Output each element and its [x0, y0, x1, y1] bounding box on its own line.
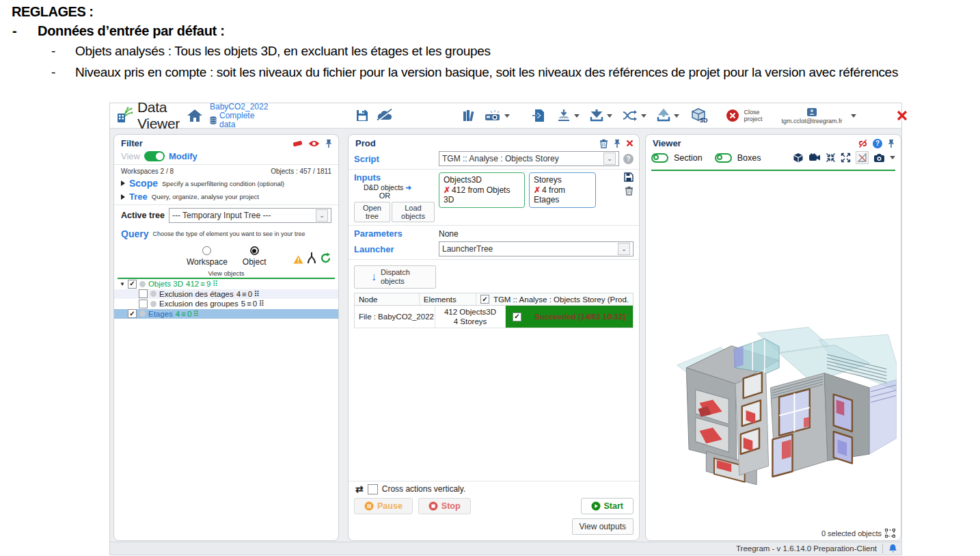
selection-box-icon[interactable]	[885, 529, 895, 538]
project-info[interactable]: BabyCO2_2022 Complete data	[210, 103, 268, 129]
stamp-dropdown-caret[interactable]	[574, 114, 580, 118]
home-icon[interactable]	[187, 108, 203, 123]
query-label: Query	[121, 228, 148, 239]
launch-table: Node Elements ✓ TGM :: Analyse : Objects…	[354, 293, 634, 328]
script-help-icon[interactable]: ?	[623, 154, 634, 164]
input-slot-objects3d[interactable]: Objects3D ✗412 from Objets 3D	[439, 172, 525, 208]
cube-3d-icon[interactable]: 3D	[690, 107, 708, 124]
delete-inputs-icon[interactable]	[625, 186, 634, 196]
app-title: Data Viewer	[137, 99, 180, 132]
node-cell: File : BabyCO2_2022	[355, 306, 435, 328]
close-panel-icon[interactable]	[626, 140, 634, 147]
database-icon	[210, 116, 217, 124]
column-action-checkbox[interactable]: ✓	[480, 295, 489, 304]
doc-bullet-1-text: Données d’entrée par défaut :	[38, 23, 225, 39]
upload-icon[interactable]	[656, 109, 671, 122]
refresh-icon[interactable]	[320, 252, 331, 264]
modify-mode-label: Modify	[169, 151, 198, 161]
notifications-bell-icon[interactable]	[888, 544, 897, 553]
column-action[interactable]: ✓ TGM :: Analyse : Objects Storey (Prod.	[476, 293, 633, 306]
section-toggle[interactable]	[651, 153, 668, 163]
launcher-select[interactable]: LauncherTree ⌄	[439, 241, 634, 256]
trash-icon[interactable]	[599, 139, 608, 148]
radio-object[interactable]	[250, 246, 259, 255]
tree-branch-icon[interactable]	[306, 252, 317, 264]
shuffle-icon[interactable]	[622, 109, 638, 122]
dnd-objects-label: D&D objects	[364, 183, 403, 191]
pause-button[interactable]: Pause	[354, 498, 413, 514]
user-account[interactable]: tgm.cclot@treegram.fr	[781, 107, 842, 124]
tree-row-exclusion-etages[interactable]: Exclusion des étages 4≡0⠿	[114, 289, 338, 300]
script-select-caret: ⌄	[603, 153, 616, 165]
row-status-dot	[150, 291, 156, 297]
tree-row-exclusion-groupes[interactable]: Exclusion des groupes 5≡0⠿	[114, 299, 338, 309]
user-dropdown-caret[interactable]	[851, 114, 856, 118]
tree-row-objets-3d[interactable]: ▼ ✓ Objets 3D 412≡9⠿	[114, 279, 338, 289]
cloud-offline-icon[interactable]	[376, 109, 394, 122]
close-project-button[interactable]: Close project	[726, 109, 762, 122]
stop-button[interactable]: Stop	[418, 498, 471, 514]
remove-input-icon[interactable]: ✗	[534, 185, 541, 195]
table-row[interactable]: File : BabyCO2_2022 412 Objects3D 4 Stor…	[355, 306, 633, 328]
remove-input-icon[interactable]: ✗	[444, 185, 450, 195]
cube-view-icon[interactable]	[793, 153, 804, 163]
link-broken-icon[interactable]	[858, 139, 868, 148]
row-checkbox[interactable]	[139, 289, 148, 298]
stamp-download-icon[interactable]	[556, 109, 571, 122]
grid-count-icon: ⠿	[212, 279, 217, 289]
eye-icon[interactable]	[308, 140, 320, 148]
prod-title: Prod	[355, 138, 376, 148]
cross-actions-checkbox[interactable]	[368, 484, 378, 494]
load-objects-button[interactable]: Load objects	[392, 202, 435, 222]
help-icon[interactable]: ?	[873, 139, 882, 148]
view-modify-toggle[interactable]	[144, 151, 165, 161]
column-node[interactable]: Node	[355, 293, 420, 306]
projector-dropdown-caret[interactable]	[504, 114, 510, 118]
tree-expand-arrow	[121, 194, 125, 200]
snapshot-dropdown-caret[interactable]	[890, 156, 895, 159]
dispatch-objects-button[interactable]: ↓ Dispatch objects	[354, 265, 436, 289]
open-tree-button[interactable]: Open tree	[354, 202, 390, 222]
close-window-button[interactable]	[896, 110, 908, 121]
tree-expander[interactable]: Tree Query, organize, analyse your proje…	[114, 190, 338, 203]
zoom-fit-icon[interactable]	[826, 153, 836, 163]
input-slot-storeys[interactable]: Storeys ✗4 from Etages	[529, 172, 596, 208]
column-elements[interactable]: Elements	[420, 293, 476, 306]
expand-arrow-icon[interactable]: ▼	[120, 281, 125, 287]
building-3d-model[interactable]	[668, 323, 897, 494]
user-email: tgm.cclot@treegram.fr	[781, 118, 842, 124]
shuffle-dropdown-caret[interactable]	[641, 114, 646, 118]
library-icon[interactable]	[462, 109, 476, 122]
start-button[interactable]: Start	[581, 498, 634, 514]
projector-icon[interactable]	[484, 109, 502, 122]
doc-sub-bullet-2-text: Niveaux pris en compte : soit les niveau…	[75, 63, 898, 81]
boxes-toggle[interactable]	[715, 153, 732, 163]
save-inputs-icon[interactable]	[624, 172, 634, 182]
row-checkbox[interactable]: ✓	[128, 309, 137, 318]
download-icon[interactable]	[589, 109, 604, 122]
import-file-icon[interactable]	[532, 108, 545, 123]
scope-expander[interactable]: Scope Specify a superfiltering condition…	[114, 176, 338, 190]
pin-icon[interactable]	[613, 139, 621, 148]
radio-workspace[interactable]	[202, 246, 211, 255]
download-dropdown-caret[interactable]	[607, 114, 612, 118]
upload-dropdown-caret[interactable]	[674, 114, 679, 118]
script-select[interactable]: TGM :: Analyse : Objects Storey ⌄	[439, 151, 619, 166]
view-outputs-button[interactable]: View outputs	[572, 518, 634, 535]
status-cell[interactable]: ✓ Succeeded [14/02 10:32]	[506, 306, 633, 328]
viewer-canvas[interactable]: 0 selected objects	[646, 171, 901, 540]
status-checkbox[interactable]: ✓	[513, 313, 521, 321]
pin-icon[interactable]	[325, 139, 333, 148]
row-checkbox[interactable]: ✓	[128, 280, 137, 289]
active-tree-select[interactable]: --- Temporary Input Tree --- ⌄	[169, 208, 331, 223]
camera-view-icon[interactable]	[808, 153, 821, 162]
save-icon[interactable]	[355, 109, 369, 122]
pin-icon[interactable]	[887, 139, 895, 148]
measure-tool-icon[interactable]	[856, 151, 869, 164]
expand-view-icon[interactable]	[841, 153, 851, 163]
snapshot-icon[interactable]	[873, 153, 885, 163]
doc-sub-bullet-1-text: Objets analysés : Tous les objets 3D, en…	[75, 44, 491, 59]
row-checkbox[interactable]	[139, 300, 148, 308]
eraser-icon[interactable]	[292, 140, 303, 148]
tree-row-etages[interactable]: ✓ Etages 4≡0⠿	[114, 309, 338, 319]
